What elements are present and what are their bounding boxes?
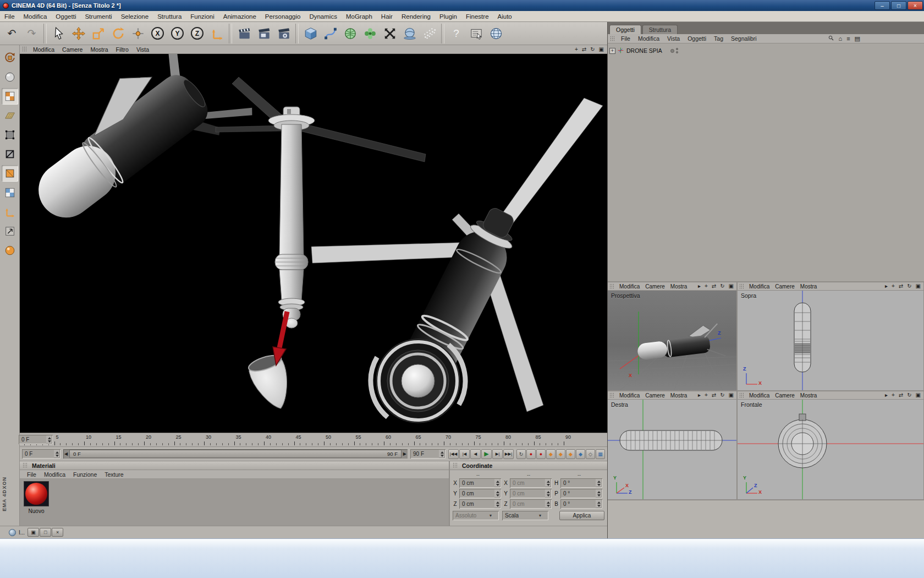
mini-frontale-menu-modifica[interactable]: Modifica (746, 392, 772, 399)
panel-icon[interactable]: ▤ (855, 35, 860, 42)
menubar-item-finestre[interactable]: Finestre (461, 12, 493, 21)
layout-icon[interactable] (9, 529, 16, 536)
coord-system-button[interactable] (207, 23, 227, 44)
mini-expand-icon[interactable]: ▸ (698, 392, 701, 398)
materials-menu-file[interactable]: File (23, 471, 40, 478)
object-tree[interactable]: +DRONE SPIA (608, 43, 924, 282)
menubar-item-struttura[interactable]: Struttura (153, 12, 186, 21)
materials-menu-funzione[interactable]: Funzione (69, 471, 101, 478)
mini-sopra-menu-camere[interactable]: Camere (772, 283, 798, 290)
menubar-item-dynamics[interactable]: Dynamics (305, 12, 341, 21)
menubar-item-animazione[interactable]: Animazione (219, 12, 261, 21)
viewport-pan-icon[interactable]: + (705, 392, 708, 398)
model-mode-icon[interactable] (2, 69, 18, 85)
goto-end-button[interactable]: ▶▶| (503, 449, 514, 459)
frontale-view[interactable]: Frontale Y X Z (738, 400, 923, 499)
model-drone-3[interactable] (311, 98, 603, 433)
menubar-item-rendering[interactable]: Rendering (397, 12, 435, 21)
mini-destra-menu-modifica[interactable]: Modifica (617, 392, 642, 399)
spline-icon[interactable] (321, 23, 340, 44)
destra-view[interactable]: Destra Y Z X (608, 400, 736, 499)
menubar-item-modifica[interactable]: Modifica (19, 12, 52, 21)
coordinates-header[interactable]: Coordinate (450, 461, 607, 470)
coordinate-field-h-2[interactable]: 0 ° (560, 478, 602, 488)
material-preview-sphere[interactable] (24, 481, 49, 506)
viewport-menu-modifica[interactable]: Modifica (29, 46, 58, 53)
menubar-item-oggetti[interactable]: Oggetti (51, 12, 80, 21)
coordinate-field-p-2[interactable]: 0 ° (560, 489, 602, 498)
panel-grip[interactable] (739, 283, 744, 290)
record-keyframe-button[interactable]: ● (526, 449, 536, 459)
timeline-ruler[interactable]: 051015202530354045505560657075808590 0 F (20, 433, 607, 447)
range-end-field[interactable]: 90 F (410, 449, 446, 459)
redo-icon[interactable]: ↷ (22, 23, 41, 44)
next-frame-button[interactable]: ▶| (492, 449, 503, 459)
coordinate-field-y-1[interactable]: 0 cm (510, 489, 552, 498)
tree-expand-icon[interactable]: + (609, 48, 615, 54)
snap-icon[interactable] (2, 242, 18, 259)
mini-prospettiva-menu-modifica[interactable]: Modifica (617, 283, 642, 290)
menubar-item-plugin[interactable]: Plugin (435, 12, 461, 21)
viewport-zoom-icon[interactable]: ⇄ (582, 47, 586, 52)
panel-grip[interactable] (22, 46, 27, 52)
material-name[interactable]: Nuovo (29, 508, 45, 514)
viewport-pan-icon[interactable]: + (892, 283, 895, 289)
content-browser-icon[interactable] (486, 23, 505, 44)
lock-x-button[interactable]: X (148, 23, 167, 44)
keyframe-selection-button[interactable]: ▦ (596, 449, 605, 459)
render-settings-icon[interactable] (274, 23, 293, 44)
menubar-item-aiuto[interactable]: Aiuto (493, 12, 516, 21)
mini-destra-menu-camere[interactable]: Camere (642, 392, 668, 399)
mini-frontale-menu-mostra[interactable]: Mostra (798, 392, 820, 399)
viewport-pan-icon[interactable]: + (705, 283, 708, 289)
move-tool-icon[interactable] (69, 23, 88, 44)
coordinate-field-z-1[interactable]: 0 cm (510, 499, 552, 509)
object-name[interactable]: DRONE SPIA (626, 47, 662, 54)
om-menu-tag[interactable]: Tag (710, 35, 727, 42)
mini-frontale-menu-camere[interactable]: Camere (772, 392, 798, 399)
panel-grip[interactable] (610, 36, 615, 42)
viewport-rotate-icon[interactable]: ↻ (907, 283, 911, 289)
viewport-pan-icon[interactable]: + (892, 392, 895, 398)
live-selection-icon[interactable] (49, 23, 68, 44)
texture-mode-icon[interactable] (2, 88, 18, 105)
lock-y-button[interactable]: Y (168, 23, 187, 44)
coordinate-header-0[interactable]: -- (453, 472, 503, 478)
panel-grip[interactable] (609, 283, 614, 290)
materials-header[interactable]: Materiali (20, 461, 449, 470)
path-icon[interactable]: ≡ (846, 35, 850, 42)
om-menu-modifica[interactable]: Modifica (634, 35, 663, 42)
model-drone-1[interactable] (20, 54, 256, 248)
viewport-frontale[interactable]: ModificaCamereMostra▸+⇄↻▣ (738, 391, 924, 500)
viewport-menu-mostra[interactable]: Mostra (86, 46, 112, 53)
om-menu-segnalibri[interactable]: Segnalibri (727, 35, 761, 42)
layout-window-button[interactable]: □ (40, 528, 51, 537)
viewport-maximize-icon[interactable]: ▣ (916, 283, 921, 289)
rotate-tool-icon[interactable] (108, 23, 128, 44)
coordinate-field-z-0[interactable]: 0 cm (459, 499, 501, 509)
prospettiva-view[interactable]: Prospettiva X Z (608, 291, 736, 390)
timeline-range-slider[interactable]: ◀ 0 F 90 F ▶ (63, 449, 408, 459)
coordinate-header-1[interactable]: -- (503, 472, 554, 478)
viewport-maximize-icon[interactable]: ▣ (729, 283, 734, 289)
viewport-maximize-icon[interactable]: ▣ (599, 47, 604, 52)
particles-icon[interactable] (420, 23, 439, 44)
coordinate-mode-dropdown[interactable]: Assoluto ▾ (453, 511, 499, 520)
menubar-item-selezione[interactable]: Selezione (117, 12, 153, 21)
sopra-view[interactable]: Sopra Z X (738, 291, 923, 390)
menubar-item-strumenti[interactable]: Strumenti (80, 12, 116, 21)
tab-struttura[interactable]: Struttura (642, 25, 678, 34)
menubar-item-mograph[interactable]: MoGraph (342, 12, 377, 21)
coordinate-field-x-1[interactable]: 0 cm (510, 478, 552, 488)
render-view-icon[interactable] (234, 23, 254, 44)
enable-axis-icon[interactable] (2, 204, 18, 220)
workplane-mode-icon[interactable] (2, 107, 18, 124)
environment-icon[interactable] (400, 23, 419, 44)
record-scale-toggle[interactable]: ◆ (556, 449, 565, 459)
command-manager-icon[interactable] (466, 23, 486, 44)
object-row[interactable]: +DRONE SPIA (609, 46, 922, 55)
render-visibility-dot[interactable] (676, 51, 678, 53)
viewport-menu-camere[interactable]: Camere (58, 46, 86, 53)
close-button[interactable]: × (908, 1, 923, 10)
viewport-maximize-icon[interactable]: ▣ (916, 392, 921, 398)
